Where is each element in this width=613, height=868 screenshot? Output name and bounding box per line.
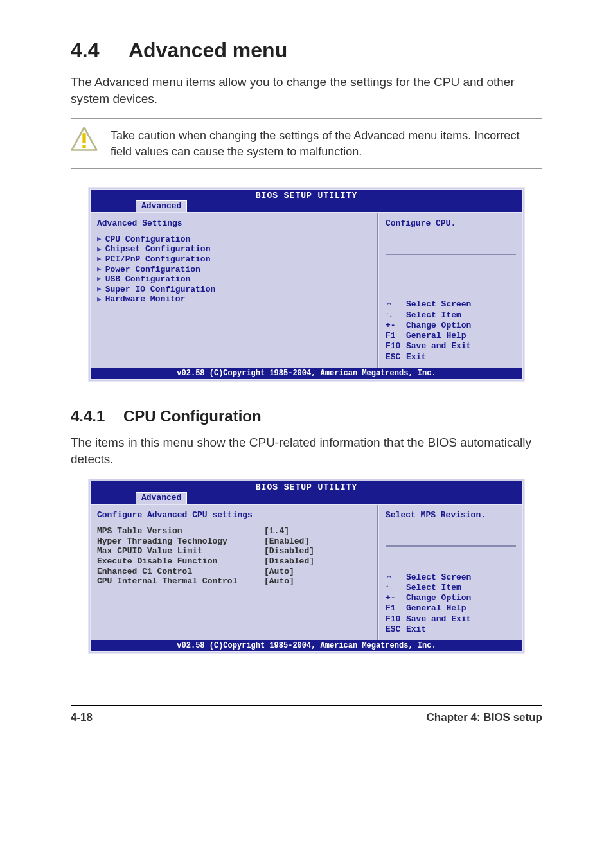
bios-tab-advanced[interactable]: Advanced: [136, 492, 187, 504]
subsection-intro: The items in this menu show the CPU-rela…: [71, 434, 542, 467]
key-row: F1General Help: [386, 603, 516, 614]
setting-label: Enhanced C1 Control: [97, 567, 264, 577]
setting-value: [Auto]: [264, 567, 294, 577]
setting-label: Max CPUID Value Limit: [97, 546, 264, 556]
bios-window-advanced: BIOS SETUP UTILITY Advanced Advanced Set…: [88, 187, 525, 382]
subsection-heading: 4.4.1CPU Configuration: [71, 407, 542, 425]
bios-setting-row[interactable]: Max CPUID Value Limit[Disabled]: [97, 546, 370, 556]
section-heading: 4.4Advanced menu: [71, 39, 542, 62]
bios-left-panel: Configure Advanced CPU settings MPS Tabl…: [91, 505, 378, 640]
key-row: ESCExit: [386, 624, 516, 635]
chapter-label: Chapter 4: BIOS setup: [427, 711, 542, 724]
triangle-icon: ▶: [97, 296, 102, 304]
subsection-title-text: CPU Configuration: [123, 407, 262, 425]
key-desc: General Help: [406, 603, 466, 614]
key-row: ESCExit: [386, 352, 516, 362]
key-name: ESC: [386, 624, 406, 635]
key-row: ↔Select Screen: [386, 572, 516, 583]
bios-left-panel: Advanced Settings ▶CPU Configuration▶Chi…: [91, 213, 378, 368]
key-row: +-Change Option: [386, 593, 516, 603]
setting-label: MPS Table Version: [97, 526, 264, 536]
bios-menu-item[interactable]: ▶Chipset Configuration: [97, 244, 370, 254]
bios-menu-label: Hardware Monitor: [105, 294, 186, 305]
triangle-icon: ▶: [97, 285, 102, 294]
section-intro: The Advanced menu items allow you to cha…: [71, 74, 542, 107]
subsection-number: 4.4.1: [71, 407, 123, 425]
key-desc: Change Option: [406, 593, 471, 603]
key-desc: Save and Exit: [406, 614, 471, 624]
bios-setting-row[interactable]: Execute Disable Function[Disabled]: [97, 556, 370, 567]
bios-menu-item[interactable]: ▶PCI/PnP Configuration: [97, 254, 370, 265]
setting-value: [Auto]: [264, 576, 294, 587]
triangle-icon: ▶: [97, 245, 102, 254]
page-number: 4-18: [71, 711, 93, 724]
setting-value: [Enabled]: [264, 536, 309, 547]
key-name: ↔: [386, 299, 406, 310]
bios-menu-item[interactable]: ▶Super IO Configuration: [97, 285, 370, 295]
bios-menu-item[interactable]: ▶Hardware Monitor: [97, 294, 370, 305]
bios-menu-label: CPU Configuration: [105, 235, 191, 245]
key-row: F1General Help: [386, 331, 516, 341]
bios-title: BIOS SETUP UTILITY: [91, 483, 522, 492]
svg-rect-1: [82, 134, 85, 144]
bios-menu-label: PCI/PnP Configuration: [105, 254, 211, 265]
bios-menu-label: Chipset Configuration: [105, 244, 211, 254]
triangle-icon: ▶: [97, 265, 102, 274]
key-desc: Exit: [406, 352, 426, 362]
bios-panel-heading: Advanced Settings: [97, 218, 370, 228]
bios-setting-row[interactable]: Hyper Threading Technology[Enabled]: [97, 536, 370, 547]
svg-rect-2: [82, 145, 85, 148]
bios-help-text: Configure CPU.: [386, 218, 516, 255]
bios-menu-label: Power Configuration: [105, 265, 200, 275]
key-row: F10Save and Exit: [386, 341, 516, 351]
bios-help-panel: Configure CPU. ↔Select Screen↑↓Select It…: [378, 213, 522, 368]
bios-key-legend: ↔Select Screen↑↓Select Item+-Change Opti…: [386, 572, 516, 635]
key-name: F10: [386, 614, 406, 624]
bios-menu-label: Super IO Configuration: [105, 285, 216, 295]
key-desc: General Help: [406, 331, 466, 341]
key-row: ↔Select Screen: [386, 299, 516, 310]
key-name: ESC: [386, 352, 406, 362]
key-desc: Save and Exit: [406, 341, 471, 351]
key-row: ↑↓Select Item: [386, 583, 516, 593]
setting-value: [Disabled]: [264, 546, 314, 556]
bios-header: BIOS SETUP UTILITY Advanced: [91, 190, 522, 212]
bios-header: BIOS SETUP UTILITY Advanced: [91, 481, 522, 504]
key-row: ↑↓Select Item: [386, 310, 516, 321]
bios-setting-row[interactable]: CPU Internal Thermal Control[Auto]: [97, 576, 370, 587]
bios-tab-advanced[interactable]: Advanced: [136, 200, 187, 212]
bios-setting-row[interactable]: Enhanced C1 Control[Auto]: [97, 567, 370, 577]
key-name: +-: [386, 593, 406, 603]
setting-label: Execute Disable Function: [97, 556, 264, 567]
section-title-text: Advanced menu: [129, 39, 287, 62]
bios-help-text: Select MPS Revision.: [386, 510, 516, 547]
key-name: F1: [386, 603, 406, 614]
key-name: ↔: [386, 572, 406, 583]
bios-footer: v02.58 (C)Copyright 1985-2004, American …: [91, 640, 522, 651]
bios-panel-heading: Configure Advanced CPU settings: [97, 510, 370, 520]
bios-key-legend: ↔Select Screen↑↓Select Item+-Change Opti…: [386, 299, 516, 362]
bios-menu-item[interactable]: ▶CPU Configuration: [97, 235, 370, 245]
key-desc: Change Option: [406, 321, 471, 331]
bios-help-panel: Select MPS Revision. ↔Select Screen↑↓Sel…: [378, 505, 522, 640]
bios-title: BIOS SETUP UTILITY: [91, 191, 522, 200]
bios-window-cpu: BIOS SETUP UTILITY Advanced Configure Ad…: [88, 479, 525, 654]
key-desc: Select Item: [406, 583, 461, 593]
key-desc: Exit: [406, 624, 426, 635]
setting-value: [Disabled]: [264, 556, 314, 567]
bios-menu-item[interactable]: ▶Power Configuration: [97, 265, 370, 275]
bios-setting-row[interactable]: MPS Table Version[1.4]: [97, 526, 370, 536]
triangle-icon: ▶: [97, 255, 102, 263]
key-name: F10: [386, 341, 406, 351]
triangle-icon: ▶: [97, 235, 102, 244]
key-name: ↑↓: [386, 310, 406, 321]
setting-value: [1.4]: [264, 526, 289, 536]
caution-icon: [71, 125, 98, 155]
triangle-icon: ▶: [97, 275, 102, 283]
setting-label: CPU Internal Thermal Control: [97, 576, 264, 587]
bios-menu-item[interactable]: ▶USB Configuration: [97, 274, 370, 285]
key-name: ↑↓: [386, 583, 406, 593]
key-name: F1: [386, 331, 406, 341]
key-desc: Select Screen: [406, 299, 471, 310]
bios-footer: v02.58 (C)Copyright 1985-2004, American …: [91, 368, 522, 379]
